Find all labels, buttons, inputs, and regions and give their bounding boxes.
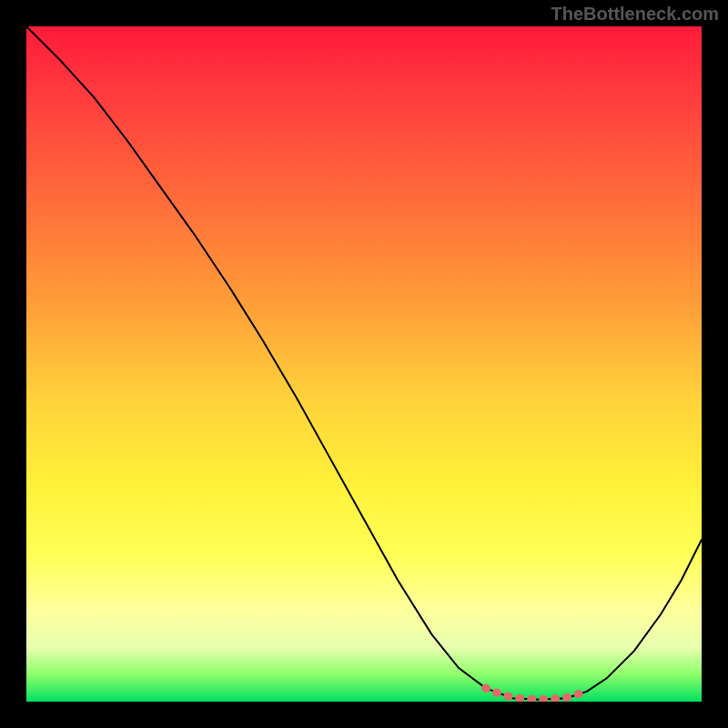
highlight-band-line <box>486 688 587 700</box>
chart-plot-area <box>26 26 702 702</box>
chart-svg <box>26 26 702 702</box>
bottleneck-curve-line <box>26 26 702 700</box>
watermark-text: TheBottleneck.com <box>551 4 719 25</box>
